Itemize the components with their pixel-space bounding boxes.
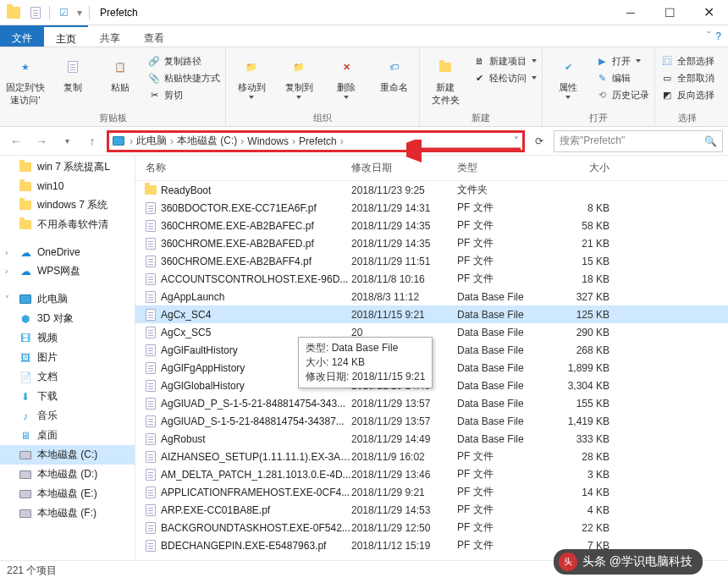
back-button[interactable]: ← [5, 130, 27, 152]
sidebar-item[interactable]: 本地磁盘 (C:) [0, 445, 135, 465]
file-date: 2018/11/29 14:31 [351, 202, 457, 214]
col-type[interactable]: 类型 [457, 161, 559, 175]
sidebar-item[interactable]: 🖥桌面 [0, 426, 135, 445]
file-row[interactable]: AgRobust2018/11/29 14:49Data Base File33… [135, 430, 728, 448]
delete-button[interactable]: ✕删除 [326, 51, 367, 99]
file-name: BDECHANGEPIN.EXE-E5487963.pf [161, 540, 351, 552]
moveto-button[interactable]: 📁移动到 [231, 51, 272, 99]
file-icon [144, 308, 157, 322]
cut-button[interactable]: ✂剪切 [147, 88, 220, 102]
file-name: BACKGROUNDTASKHOST.EXE-0F542... [161, 522, 351, 534]
sidebar-item[interactable]: ˅此电脑 [0, 289, 135, 309]
crumb-windows[interactable]: Windows [247, 135, 289, 147]
file-date: 2018/11/15 9:21 [351, 309, 457, 321]
file-row[interactable]: AgAppLaunch2018/8/3 11:12Data Base File3… [135, 288, 728, 305]
sidebar-item[interactable]: 本地磁盘 (F:) [0, 503, 135, 523]
newitem-button[interactable]: 🗎新建项目 [472, 54, 537, 68]
crumb-root[interactable]: 此电脑 [136, 134, 167, 148]
col-date[interactable]: 修改日期 [351, 161, 457, 175]
file-icon [144, 468, 157, 481]
file-type: PF 文件 [457, 218, 559, 233]
pasteshortcut-button[interactable]: 📎粘贴快捷方式 [147, 71, 220, 85]
sidebar-item[interactable]: ⬢3D 对象 [0, 309, 135, 328]
crumb-prefetch[interactable]: Prefetch [299, 135, 337, 147]
copypath-button[interactable]: 🔗复制路径 [147, 54, 220, 68]
tab-home[interactable]: 主页 [44, 25, 88, 47]
file-row[interactable]: 360CHROME.EXE-AB2BAFF4.pf2018/11/29 11:5… [135, 252, 728, 270]
sidebar-item[interactable]: win10 [0, 177, 135, 195]
edit-button[interactable]: ✎编辑 [595, 71, 649, 85]
file-type: PF 文件 [457, 254, 559, 268]
easyaccess-button[interactable]: ✔轻松访问 [472, 71, 537, 85]
ribbon-collapse-icon[interactable]: ˇ [707, 30, 710, 42]
file-row[interactable]: AgGlUAD_S-1-5-21-848814754-34387...2018/… [135, 412, 728, 430]
sidebar-item[interactable]: 🖼图片 [0, 348, 135, 367]
history-button[interactable]: ⟲历史记录 [595, 88, 649, 102]
crumb-drive[interactable]: 本地磁盘 (C:) [177, 134, 237, 148]
rename-button[interactable]: 🏷重命名 [373, 51, 414, 94]
search-input[interactable]: 搜索"Prefetch" 🔍 [554, 130, 723, 152]
minimize-button[interactable]: ─ [611, 0, 650, 25]
col-name[interactable]: 名称 [135, 161, 351, 175]
list-header: 名称 修改日期 类型 大小 [135, 156, 728, 181]
file-row[interactable]: 360CHROME.EXE-AB2BAFED.pf2018/11/29 14:3… [135, 234, 728, 252]
file-date: 2018/11/29 14:35 [351, 238, 457, 250]
tab-file[interactable]: 文件 [0, 25, 44, 47]
file-size: 327 KB [559, 291, 618, 303]
file-row[interactable]: 360BDOCTOR.EXE-CC71EA6F.pf2018/11/29 14:… [135, 199, 728, 217]
sidebar-item[interactable]: win 7 系统提高L [0, 157, 135, 177]
sidebar-item[interactable]: 本地磁盘 (E:) [0, 484, 135, 503]
sidebar-item-label: 3D 对象 [37, 311, 74, 326]
copy-button[interactable]: 复制 [52, 51, 93, 94]
paste-button[interactable]: 📋粘贴 [100, 51, 141, 94]
file-type: PF 文件 [457, 467, 559, 481]
sidebar[interactable]: win 7 系统提高Lwin10windows 7 系统不用杀毒软件清›☁One… [0, 156, 135, 560]
file-name: 360BDOCTOR.EXE-CC71EA6F.pf [161, 202, 351, 214]
file-row[interactable]: AIZHANSEO_SETUP(1.11.11.1).EX-3AE...2018… [135, 448, 728, 465]
tab-view[interactable]: 查看 [132, 25, 176, 47]
file-row[interactable]: BACKGROUNDTASKHOST.EXE-0F542...2018/11/2… [135, 519, 728, 536]
newfolder-button[interactable]: 新建 文件夹 [425, 51, 466, 107]
close-button[interactable]: ✕ [689, 0, 728, 25]
refresh-button[interactable]: ⟳ [528, 130, 550, 152]
open-button[interactable]: ▶打开 [595, 54, 649, 68]
file-row[interactable]: AgCx_SC42018/11/15 9:21Data Base File125… [135, 305, 728, 323]
sidebar-item[interactable]: 📄文档 [0, 367, 135, 387]
help-icon[interactable]: ? [715, 30, 721, 42]
file-size: 3 KB [559, 469, 618, 481]
sidebar-item[interactable]: ›☁OneDrive [0, 243, 135, 261]
sidebar-item[interactable]: windows 7 系统 [0, 195, 135, 215]
recent-dropdown[interactable]: ▾ [56, 130, 78, 152]
selectnone-button[interactable]: ▭全部取消 [660, 71, 714, 85]
sidebar-item[interactable]: ⬇下载 [0, 387, 135, 406]
forward-button[interactable]: → [30, 130, 52, 152]
properties-button[interactable]: ✔属性 [548, 51, 588, 99]
file-type: Data Base File [457, 433, 559, 445]
invertselect-button[interactable]: ◩反向选择 [660, 88, 714, 102]
sidebar-item[interactable]: ♪音乐 [0, 406, 135, 426]
file-row[interactable]: ReadyBoot2018/11/23 9:25文件夹 [135, 181, 728, 199]
sidebar-item[interactable]: 🎞视频 [0, 328, 135, 348]
file-row[interactable]: AM_DELTA_PATCH_1.281.1013.0.E-4D...2018/… [135, 465, 728, 483]
up-button[interactable]: ↑ [81, 130, 103, 152]
file-row[interactable]: 360CHROME.EXE-AB2BAFEC.pf2018/11/29 14:3… [135, 217, 728, 234]
maximize-button[interactable]: ☐ [650, 0, 689, 25]
tab-share[interactable]: 共享 [88, 25, 132, 47]
sidebar-item[interactable]: 不用杀毒软件清 [0, 215, 135, 234]
selectall-button[interactable]: ⿴全部选择 [660, 54, 714, 68]
sidebar-item-icon [19, 293, 32, 306]
qat-dropdown-icon[interactable]: ▾ [77, 7, 82, 19]
sidebar-item[interactable]: ›☁WPS网盘 [0, 261, 135, 281]
file-row[interactable]: APPLICATIONFRAMEHOST.EXE-0CF4...2018/11/… [135, 483, 728, 501]
file-row[interactable]: ARP.EXE-CC01BA8E.pf2018/11/29 14:53PF 文件… [135, 501, 728, 519]
sidebar-item[interactable]: 本地磁盘 (D:) [0, 465, 135, 484]
qat-properties-icon[interactable] [25, 3, 46, 23]
address-dropdown-icon[interactable]: ˅ [514, 135, 519, 147]
file-row[interactable]: ACCOUNTSCONTROLHOST.EXE-96D...2018/11/8 … [135, 270, 728, 288]
copyto-button[interactable]: 📁复制到 [279, 51, 319, 99]
address-bar[interactable]: ›此电脑 ›本地磁盘 (C:) ›Windows ›Prefetch› ˅ [107, 130, 525, 152]
pin-button[interactable]: ★固定到'快 速访问' [5, 51, 46, 107]
col-size[interactable]: 大小 [559, 161, 618, 175]
file-row[interactable]: AgGlUAD_P_S-1-5-21-848814754-343...2018/… [135, 394, 728, 412]
qat-customize-icon[interactable]: ☑ [53, 3, 74, 23]
